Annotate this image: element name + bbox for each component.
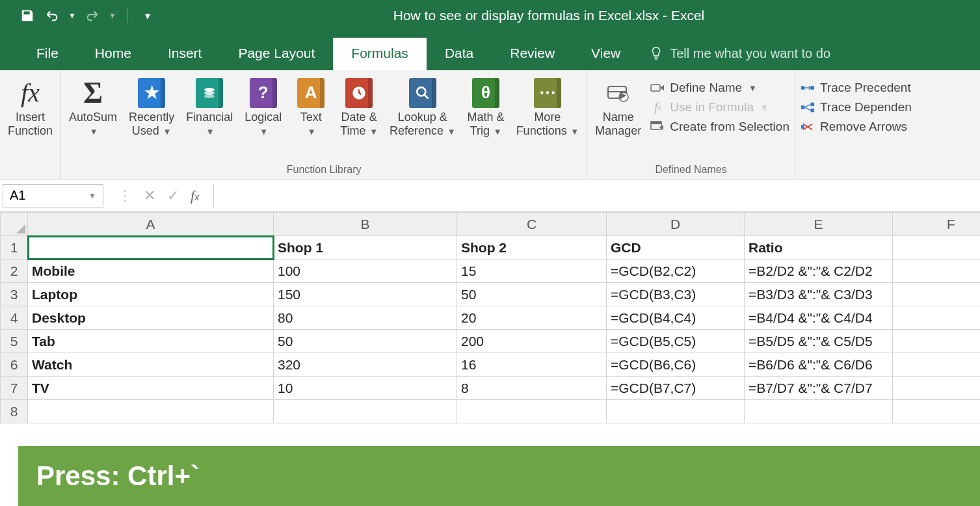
cell-E5[interactable]: =B5/D5 &":"& C5/D5 (745, 330, 893, 353)
cell-F7[interactable] (893, 377, 981, 400)
col-header-B[interactable]: B (274, 213, 457, 236)
redo-icon[interactable] (83, 7, 101, 25)
cell-F5[interactable] (893, 330, 981, 353)
cell-C2[interactable]: 15 (457, 260, 607, 283)
row-header[interactable]: 8 (1, 400, 28, 423)
cell-A4[interactable]: Desktop (28, 306, 274, 330)
cell-D5[interactable]: =GCD(B5,C5) (607, 330, 745, 353)
tab-home[interactable]: Home (77, 38, 150, 70)
save-icon[interactable] (18, 7, 36, 25)
tab-formulas[interactable]: Formulas (333, 38, 427, 70)
cell-B2[interactable]: 100 (274, 260, 457, 283)
row-header[interactable]: 2 (1, 260, 28, 283)
cell-A6[interactable]: Watch (28, 353, 274, 377)
row-header[interactable]: 4 (1, 306, 28, 330)
cell-D1[interactable]: GCD (607, 236, 745, 260)
cell-C8[interactable] (457, 400, 607, 423)
qat-customize-icon[interactable]: ▾ (139, 7, 157, 25)
cell-C7[interactable]: 8 (457, 377, 607, 400)
math-trig-button[interactable]: θ Math & Trig ▼ (465, 77, 507, 139)
cell-E8[interactable] (745, 400, 893, 423)
text-button[interactable]: A Text▼ (291, 77, 331, 139)
cell-B5[interactable]: 50 (274, 330, 457, 353)
cell-A1[interactable] (28, 236, 274, 260)
name-manager-button[interactable]: Name Manager (592, 77, 644, 139)
use-in-formula-button[interactable]: fx Use in Formula ▼ (650, 100, 789, 114)
undo-icon[interactable] (43, 7, 61, 25)
formula-input[interactable] (213, 184, 977, 207)
financial-button[interactable]: Financial▼ (183, 77, 235, 139)
fx-icon[interactable]: fx (191, 187, 199, 204)
cell-E1[interactable]: Ratio (745, 236, 893, 260)
col-header-A[interactable]: A (28, 213, 274, 236)
cell-E3[interactable]: =B3/D3 &":"& C3/D3 (745, 283, 893, 306)
cell-A7[interactable]: TV (28, 377, 274, 400)
tab-data[interactable]: Data (427, 38, 492, 70)
cell-F2[interactable] (893, 260, 981, 283)
tab-file[interactable]: File (18, 38, 77, 70)
col-header-F[interactable]: F (893, 213, 981, 236)
undo-dropdown-icon[interactable]: ▼ (68, 7, 77, 25)
cell-C1[interactable]: Shop 2 (457, 236, 607, 260)
name-box[interactable]: A1 ▼ (3, 184, 103, 207)
lookup-reference-button[interactable]: Lookup & Reference ▼ (387, 77, 458, 139)
col-header-D[interactable]: D (607, 213, 745, 236)
cell-B3[interactable]: 150 (274, 283, 457, 306)
define-name-button[interactable]: Define Name ▼ (650, 81, 789, 95)
cell-C5[interactable]: 200 (457, 330, 607, 353)
cell-F4[interactable] (893, 306, 981, 330)
cell-F3[interactable] (893, 283, 981, 306)
cell-B4[interactable]: 80 (274, 306, 457, 330)
cell-C4[interactable]: 20 (457, 306, 607, 330)
cell-A8[interactable] (28, 400, 274, 423)
tab-insert[interactable]: Insert (150, 38, 220, 70)
cell-E7[interactable]: =B7/D7 &":"& C7/D7 (745, 377, 893, 400)
cell-C3[interactable]: 50 (457, 283, 607, 306)
cell-D8[interactable] (607, 400, 745, 423)
row-header[interactable]: 1 (1, 236, 28, 260)
tab-view[interactable]: View (573, 38, 639, 70)
cell-B7[interactable]: 10 (274, 377, 457, 400)
row-header[interactable]: 3 (1, 283, 28, 306)
recently-used-button[interactable]: ★ Recently Used ▼ (126, 77, 177, 139)
remove-arrows-button[interactable]: Remove Arrows (801, 120, 912, 134)
cell-E4[interactable]: =B4/D4 &":"& C4/D4 (745, 306, 893, 330)
more-functions-button[interactable]: ⋯ More Functions ▼ (514, 77, 582, 139)
tab-review[interactable]: Review (492, 38, 573, 70)
trace-dependents-button[interactable]: Trace Dependen (801, 100, 912, 114)
create-from-selection-button[interactable]: Create from Selection (650, 120, 789, 134)
cell-F1[interactable] (893, 236, 981, 260)
select-all-corner[interactable] (1, 213, 28, 236)
cell-F8[interactable] (893, 400, 981, 423)
cell-D2[interactable]: =GCD(B2,C2) (607, 260, 745, 283)
cell-F6[interactable] (893, 353, 981, 377)
row-header[interactable]: 6 (1, 353, 28, 377)
col-header-C[interactable]: C (457, 213, 607, 236)
cell-D3[interactable]: =GCD(B3,C3) (607, 283, 745, 306)
cell-B8[interactable] (274, 400, 457, 423)
insert-function-button[interactable]: fx Insert Function (5, 77, 55, 139)
redo-dropdown-icon[interactable]: ▼ (108, 7, 117, 25)
row-header[interactable]: 5 (1, 330, 28, 353)
logical-button[interactable]: ? Logical▼ (242, 77, 284, 139)
cell-D6[interactable]: =GCD(B6,C6) (607, 353, 745, 377)
cell-E2[interactable]: =B2/D2 &":"& C2/D2 (745, 260, 893, 283)
trace-precedents-button[interactable]: Trace Precedent (801, 81, 912, 95)
cell-B6[interactable]: 320 (274, 353, 457, 377)
cell-B1[interactable]: Shop 1 (274, 236, 457, 260)
col-header-E[interactable]: E (745, 213, 893, 236)
cell-A2[interactable]: Mobile (28, 260, 274, 283)
cell-A5[interactable]: Tab (28, 330, 274, 353)
tell-me-search[interactable]: Tell me what you want to do (649, 46, 830, 70)
cancel-icon[interactable]: ✕ (144, 187, 155, 204)
enter-icon[interactable]: ✓ (167, 187, 179, 204)
cell-D7[interactable]: =GCD(B7,C7) (607, 377, 745, 400)
row-header[interactable]: 7 (1, 377, 28, 400)
cell-D4[interactable]: =GCD(B4,C4) (607, 306, 745, 330)
date-time-button[interactable]: Date & Time ▼ (338, 77, 380, 139)
cell-A3[interactable]: Laptop (28, 283, 274, 306)
autosum-button[interactable]: Σ AutoSum▼ (66, 77, 120, 139)
cell-E6[interactable]: =B6/D6 &":"& C6/D6 (745, 353, 893, 377)
tab-page-layout[interactable]: Page Layout (220, 38, 333, 70)
cell-C6[interactable]: 16 (457, 353, 607, 377)
